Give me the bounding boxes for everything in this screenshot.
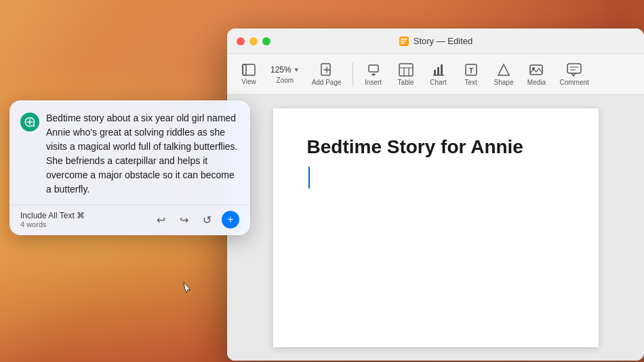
chart-button[interactable]: Chart	[424, 60, 454, 89]
add-page-button[interactable]: Add Page	[306, 60, 347, 89]
maximize-button[interactable]	[262, 37, 270, 45]
comment-icon	[567, 63, 582, 77]
table-icon	[399, 63, 414, 77]
window-title: Story — Edited	[414, 36, 472, 46]
ai-brand-icon	[20, 113, 39, 132]
ai-message: Bedtime story about a six year old girl …	[46, 111, 239, 197]
svg-rect-9	[369, 65, 378, 72]
svg-rect-5	[243, 64, 246, 75]
ai-popup-body: Bedtime story about a six year old girl …	[9, 100, 250, 205]
desktop: Story — Edited View 125% ▼ Zoom	[0, 0, 644, 362]
pages-app-icon	[399, 36, 409, 47]
document-title: Bedtime Story for Annie	[307, 136, 565, 159]
comment-button[interactable]: Comment	[554, 60, 594, 89]
view-icon	[242, 64, 256, 76]
ai-redo-button[interactable]: ↪	[176, 212, 192, 228]
ai-icon-container	[20, 113, 39, 132]
svg-rect-12	[399, 64, 413, 76]
view-button[interactable]: View	[234, 61, 264, 88]
toolbar: View 125% ▼ Zoom Add Page	[227, 54, 644, 95]
ai-actions: ↩ ↪ ↺ +	[153, 211, 239, 228]
media-label: Media	[527, 79, 546, 86]
ai-undo-button[interactable]: ↩	[153, 212, 169, 228]
svg-marker-22	[498, 64, 509, 75]
media-icon	[529, 63, 543, 77]
svg-rect-17	[434, 70, 436, 75]
text-label: Text	[464, 79, 477, 86]
document-area: Bedtime Story for Annie	[227, 95, 644, 361]
ai-include-text[interactable]: Include All Text ⌘	[20, 211, 85, 220]
shape-icon	[497, 63, 510, 77]
view-label: View	[241, 78, 256, 85]
minimize-button[interactable]	[249, 37, 258, 45]
ai-add-button[interactable]: +	[222, 211, 239, 228]
document-cursor	[307, 167, 565, 188]
svg-rect-25	[567, 64, 581, 73]
svg-rect-18	[437, 67, 439, 75]
pages-window: Story — Edited View 125% ▼ Zoom	[227, 28, 644, 361]
add-page-icon	[320, 63, 334, 77]
zoom-label: Zoom	[277, 77, 294, 84]
ai-word-count: 4 words	[20, 220, 85, 228]
svg-rect-4	[243, 64, 255, 75]
document-page: Bedtime Story for Annie	[273, 108, 599, 347]
title-bar: Story — Edited	[227, 28, 644, 54]
text-icon: T	[464, 63, 478, 77]
ai-popup: Bedtime story about a six year old girl …	[9, 100, 250, 235]
svg-rect-23	[530, 65, 542, 75]
table-label: Table	[398, 79, 414, 86]
svg-text:T: T	[468, 66, 473, 75]
table-button[interactable]: Table	[391, 60, 421, 89]
svg-rect-3	[401, 43, 405, 44]
media-button[interactable]: Media	[521, 60, 551, 89]
ai-refresh-button[interactable]: ↺	[199, 212, 215, 228]
shape-label: Shape	[494, 79, 514, 86]
toolbar-divider-1	[353, 62, 353, 87]
comment-label: Comment	[559, 79, 588, 86]
chart-label: Chart	[430, 79, 446, 86]
add-page-label: Add Page	[312, 79, 342, 86]
ai-footer-info: Include All Text ⌘ 4 words	[20, 211, 85, 228]
close-button[interactable]	[237, 37, 245, 45]
chart-icon	[432, 63, 445, 77]
title-bar-content: Story — Edited	[399, 36, 472, 47]
svg-rect-1	[401, 39, 407, 40]
insert-button[interactable]: Insert	[359, 60, 388, 89]
ai-popup-footer: Include All Text ⌘ 4 words ↩ ↪ ↺ +	[9, 205, 250, 235]
traffic-lights	[237, 37, 270, 45]
zoom-control[interactable]: 125% ▼ Zoom	[266, 62, 304, 87]
svg-rect-2	[401, 41, 406, 42]
insert-label: Insert	[365, 79, 382, 86]
mouse-cursor	[183, 281, 191, 294]
svg-rect-19	[441, 64, 443, 75]
text-button[interactable]: T Text	[456, 60, 486, 89]
shape-button[interactable]: Shape	[489, 60, 519, 89]
zoom-value: 125%	[270, 65, 291, 75]
insert-icon	[367, 63, 380, 77]
zoom-chevron-icon: ▼	[294, 66, 300, 73]
